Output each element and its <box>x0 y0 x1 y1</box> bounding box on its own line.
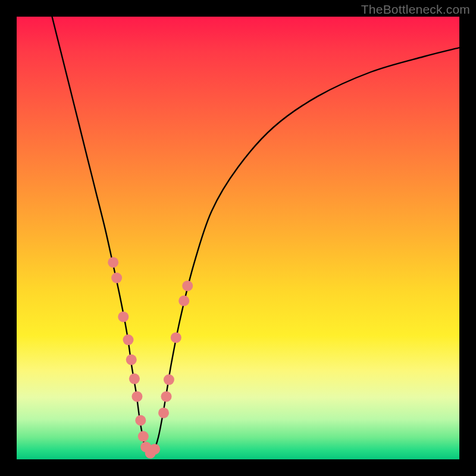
data-marker <box>118 311 129 322</box>
data-marker <box>108 257 118 268</box>
bottleneck-plot <box>17 17 459 459</box>
data-marker <box>126 355 137 365</box>
data-marker <box>123 334 134 345</box>
data-marker <box>138 431 149 441</box>
data-marker <box>182 280 193 291</box>
data-markers <box>108 257 193 459</box>
chart-area <box>17 17 459 459</box>
data-marker <box>131 391 142 402</box>
data-marker <box>178 296 189 306</box>
data-marker <box>111 273 122 283</box>
data-marker <box>164 374 174 385</box>
data-marker <box>149 444 160 455</box>
watermark-text: TheBottleneck.com <box>361 2 470 17</box>
data-marker <box>135 415 146 426</box>
data-marker <box>171 332 181 343</box>
data-marker <box>129 374 140 384</box>
bottleneck-curve <box>52 17 460 455</box>
data-marker <box>161 391 172 402</box>
data-marker <box>158 408 169 418</box>
